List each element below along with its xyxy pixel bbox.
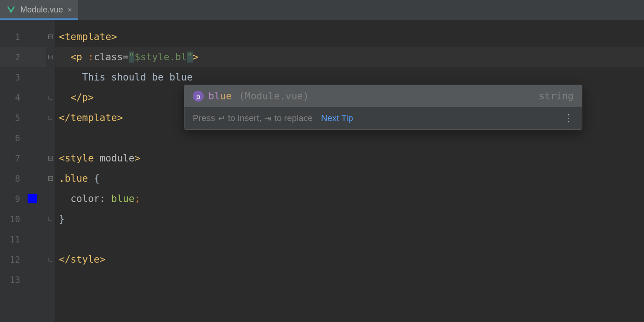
line-number: 1 [0, 27, 46, 47]
fold-toggle-icon[interactable] [46, 47, 55, 67]
line-number-gutter: 1 2 3 4 5 6 7 8 9 10 11 12 13 [0, 20, 46, 322]
fold-toggle-icon[interactable] [46, 168, 55, 189]
completion-footer: Press ↵ to insert, ⇥ to replace Next Tip… [184, 107, 582, 129]
code-line[interactable]: color: blue; [55, 189, 644, 209]
fold-end-icon[interactable] [46, 249, 55, 270]
code-line[interactable] [55, 270, 644, 290]
line-number: 2 [0, 47, 46, 67]
completion-hint-text: Press [193, 113, 215, 123]
fold-column [46, 20, 55, 322]
code-completion-popup: p blue (Module.vue) string Press ↵ to in… [184, 85, 582, 130]
line-number: 13 [0, 270, 46, 290]
fold-end-icon[interactable] [46, 108, 55, 128]
completion-kind-icon: p [193, 91, 204, 102]
fold-end-icon[interactable] [46, 209, 55, 229]
fold-toggle-icon[interactable] [46, 148, 55, 168]
code-line[interactable]: } [55, 209, 644, 229]
line-number: 6 [0, 128, 46, 148]
tab-key-icon: ⇥ [264, 113, 271, 124]
completion-label: blue [208, 91, 232, 102]
enter-key-icon: ↵ [218, 113, 225, 124]
code-line[interactable] [55, 229, 644, 249]
completion-hint-text: to replace [274, 113, 312, 123]
gutter-color-swatch[interactable] [28, 194, 37, 203]
code-line[interactable]: .blue { [55, 168, 644, 189]
line-number: 9 [0, 189, 46, 209]
code-line[interactable]: <style module> [55, 148, 644, 168]
line-number: 5 [0, 108, 46, 128]
code-line[interactable] [55, 128, 644, 148]
line-number: 7 [0, 148, 46, 168]
line-number: 8 [0, 168, 46, 189]
completion-type: string [539, 91, 574, 102]
line-number: 11 [0, 229, 46, 249]
line-number: 3 [0, 67, 46, 87]
code-area[interactable]: <template> <p :class="$style.bl"> This s… [55, 20, 644, 322]
code-line[interactable]: </style> [55, 249, 644, 270]
line-number: 12 [0, 249, 46, 270]
editor-viewport: 1 2 3 4 5 6 7 8 9 10 11 12 13 <template>… [0, 20, 644, 322]
completion-source: (Module.vue) [239, 91, 309, 102]
completion-hint-text: to insert, [228, 113, 262, 123]
tab-filename: Module.vue [20, 5, 63, 15]
editor-tab[interactable]: Module.vue × [0, 0, 78, 20]
fold-toggle-icon[interactable] [46, 27, 55, 47]
vue-file-icon [6, 6, 16, 15]
completion-item[interactable]: p blue (Module.vue) string [184, 85, 582, 107]
tab-bar: Module.vue × [0, 0, 644, 20]
next-tip-link[interactable]: Next Tip [321, 113, 353, 123]
code-line[interactable]: <p :class="$style.bl"> [55, 47, 644, 67]
line-number: 10 [0, 209, 46, 229]
code-line[interactable]: <template> [55, 27, 644, 47]
line-number: 4 [0, 87, 46, 108]
fold-end-icon[interactable] [46, 87, 55, 108]
tab-close-icon[interactable]: × [68, 6, 72, 14]
